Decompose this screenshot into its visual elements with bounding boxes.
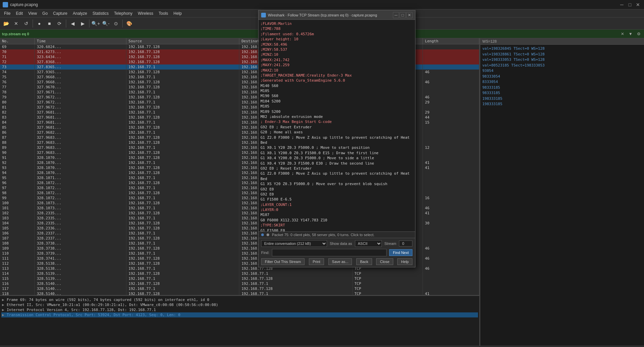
detail-text-tcp: Transmission Control Protocol, Src Port:… [7,313,180,317]
conversation-select[interactable]: Entire conversation (212 kB) [261,240,327,247]
dialog-maximize-btn[interactable]: □ [400,12,406,18]
toolbar-zoom-out-btn[interactable]: 🔍- [101,19,111,28]
filter-settings-btn[interactable]: ⚙ [635,31,642,37]
table-cell: 46 [423,246,479,251]
toolbar-restart-btn[interactable]: ⟳ [55,19,64,28]
table-cell: 111 [0,256,35,261]
table-cell: 87 [0,135,35,140]
find-next-button[interactable]: Find Next [389,249,412,256]
detail-row-frame[interactable]: ▶ Frame 69: 74 bytes on wire (592 bits),… [1,297,478,302]
table-row[interactable]: 116328.5140...192.168.77.128192.168.77.1… [0,281,479,286]
toolbar-stop-btn[interactable]: ■ [45,19,54,28]
print-button[interactable]: Print [309,258,324,265]
dialog-minimize-btn[interactable]: ─ [393,12,399,18]
dialog-status-bar: Packet 75: 0 client pkts, 58 server pkts… [258,231,415,238]
toolbar-open-btn[interactable]: 📂 [1,19,11,28]
menu-wireless[interactable]: Wireless [135,10,156,16]
table-cell: 192.168.77.1 [126,196,239,201]
menu-capture[interactable]: Capture [50,10,70,16]
toolbar-capture-btn[interactable]: ● [35,19,44,28]
table-cell: 192.168.77.1 [126,231,239,236]
close-button[interactable]: ✕ [635,1,641,8]
detail-row-ethernet[interactable]: ▶ Ethernet II, Src: VMware_10:21:a1 (00:… [1,302,478,307]
filter-out-stream-button[interactable]: Filter Out This Stream [261,258,305,265]
table-cell: 80 [0,100,35,105]
menu-tools[interactable]: Tools [156,10,171,16]
back-button[interactable]: Back [356,258,372,265]
minimize-button[interactable]: ─ [618,1,625,8]
table-row[interactable]: 114328.5139...192.168.77.128192.168.77.1… [0,271,479,276]
table-cell: 110 [0,251,35,256]
menu-telephony[interactable]: Telephony [111,10,135,16]
table-cell: 105 [0,226,35,231]
detail-row-ip[interactable]: ▶ Internet Protocol Version 4, Src: 192.… [1,307,478,312]
table-cell: 16 [423,196,479,201]
maximize-button[interactable]: □ [627,1,633,8]
menu-go[interactable]: Go [40,10,50,16]
table-cell: TCP [352,271,423,276]
table-cell [423,54,479,59]
table-cell: 76 [0,80,35,85]
toolbar-close-btn[interactable]: ✕ [11,19,21,28]
table-cell: 192.168.77.128 [126,44,239,50]
menu-help[interactable]: Help [171,10,185,16]
table-row[interactable]: 118328.5140...192.168.77.128192.168.77.1… [0,291,479,295]
hex-line: 93054 [482,68,642,74]
button-row: Filter Out This Stream Print Save as... … [261,258,412,265]
table-cell: TCP [352,276,423,281]
hex-line: 98333185 [482,85,642,91]
table-cell: 82 [0,110,35,115]
table-row[interactable]: 115328.5139...192.168.77.1192.168.77.128… [0,276,479,281]
detail-pane[interactable]: ▶ Frame 69: 74 bytes on wire (592 bits),… [0,296,479,346]
find-input[interactable] [272,249,386,256]
table-row[interactable]: 117328.5140...192.168.77.1192.168.77.128… [0,286,479,291]
table-cell: 46 [423,95,479,100]
table-cell: 192.168.77.128 [126,281,239,286]
table-cell: 328.2337... [35,236,126,241]
menu-statistics[interactable]: Statistics [90,10,111,16]
table-cell: 103 [0,216,35,221]
app-title: capture.pcapng [10,2,38,7]
dialog-controls: Entire conversation (212 kB) Show data a… [258,238,415,267]
close-dialog-button[interactable]: Close [376,258,393,265]
table-cell: 192.168.77.1 [126,266,239,271]
save-as-button[interactable]: Save as... [328,258,352,265]
table-cell: 95 [0,175,35,180]
detail-row-tcp[interactable]: ▶ Transmission Control Protocol, Src Por… [1,312,478,317]
help-button[interactable]: Help [397,258,412,265]
table-cell: 192.168.77.1 [126,206,239,211]
table-cell: 192.168.77.1 [126,90,239,95]
table-cell: 192.168.77.128 [126,211,239,216]
table-cell: 192.168.77.128 [126,170,239,175]
toolbar-zoom-in-btn[interactable]: 🔍+ [91,19,100,28]
dialog-close-btn[interactable]: ✕ [406,12,412,18]
toolbar-back-btn[interactable]: ◀ [68,19,77,28]
hex-content[interactable]: val=198326845 TSect=0 WS=128 val=1983288… [480,45,644,346]
menu-view[interactable]: View [26,10,40,16]
hex-label: WS=128 [482,39,497,43]
toolbar-colorize-btn[interactable]: 🎨 [124,19,134,28]
table-cell [423,286,479,291]
table-cell [423,231,479,236]
table-cell: 116 [0,281,35,286]
detail-text-frame: Frame 69: 74 bytes on wire (592 bits), 7… [7,298,209,302]
stream-number-input[interactable] [399,241,412,247]
hex-line: val=198328861 TSect=0 WS=128 [482,52,642,57]
stream-content[interactable]: ;FLAVOR:Marlin;TIME:788;Filament used: 0… [258,20,415,231]
hex-line: 98333185 [482,90,642,96]
filter-expand-btn[interactable]: ▼ [627,31,634,37]
table-cell: 79 [0,95,35,100]
toolbar-reload-btn[interactable]: ↺ [22,19,31,28]
filter-clear-btn[interactable]: ✕ [619,31,626,37]
stream-line: ;TIME:788 [260,26,413,31]
menu-analyze[interactable]: Analyze [70,10,90,16]
toolbar-forward-btn[interactable]: ▶ [78,19,87,28]
menu-file[interactable]: File [1,10,13,16]
menu-edit[interactable]: Edit [13,10,26,16]
table-cell: 46 [423,80,479,85]
stream-line: ;MAXZ:10 [260,68,413,73]
table-cell: 328.1070... [35,160,126,165]
show-data-select[interactable]: ASCII Hex Dump EBCDIC Hex Only C Arrays … [355,240,382,247]
table-cell: 327.9668... [35,80,126,85]
toolbar-zoom-reset-btn[interactable]: ⊙ [111,19,121,28]
